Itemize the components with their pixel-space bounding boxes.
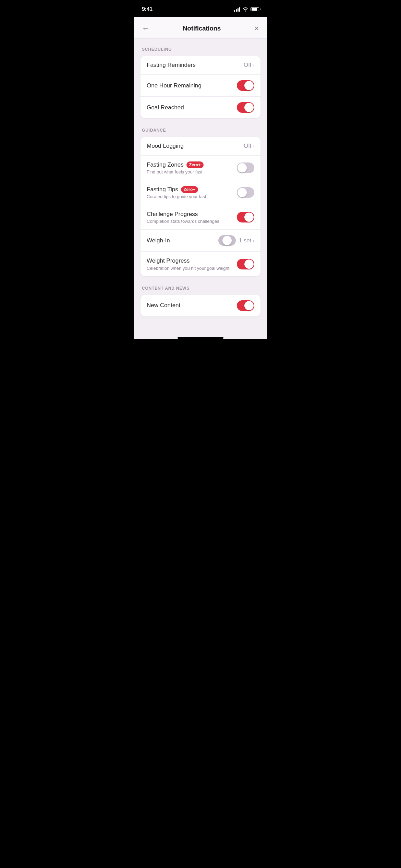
- row-weight-progress: Weight Progress Celebration when you hit…: [141, 252, 260, 276]
- challenge-progress-toggle[interactable]: [237, 212, 254, 222]
- wifi-icon: [242, 7, 248, 12]
- section-label-content-news: CONTENT AND NEWS: [141, 286, 260, 291]
- scroll-content: SCHEDULING Fasting Reminders Off › One H…: [134, 39, 267, 334]
- row-mood-logging[interactable]: Mood Logging Off ›: [141, 137, 260, 156]
- mood-logging-title: Mood Logging: [147, 142, 240, 150]
- page-title: Notifications: [183, 25, 221, 32]
- fasting-zones-subtitle: Find out what fuels your fast: [147, 169, 233, 174]
- weigh-in-toggle[interactable]: [218, 235, 236, 246]
- guidance-card: Mood Logging Off › Fasting Zones Zero+: [141, 137, 260, 276]
- status-bar: 9:41: [134, 0, 267, 17]
- row-fasting-reminders[interactable]: Fasting Reminders Off ›: [141, 56, 260, 75]
- fasting-zones-toggle[interactable]: [237, 162, 254, 173]
- battery-icon: [251, 7, 259, 11]
- signal-icon: [234, 7, 240, 12]
- weight-progress-subtitle: Celebration when you hit your goal weigh…: [147, 266, 233, 271]
- weight-progress-toggle[interactable]: [237, 259, 254, 269]
- mood-logging-value: Off: [244, 143, 251, 149]
- fasting-tips-badge: Zero+: [181, 186, 198, 193]
- goal-reached-toggle[interactable]: [237, 102, 254, 113]
- goal-reached-title: Goal Reached: [147, 104, 233, 111]
- row-fasting-zones: Fasting Zones Zero+ Find out what fuels …: [141, 156, 260, 180]
- fasting-zones-title: Fasting Zones: [147, 161, 184, 169]
- fasting-zones-badge: Zero+: [186, 161, 204, 168]
- fasting-tips-subtitle: Curated tips to guide your fast: [147, 194, 233, 199]
- fasting-tips-toggle[interactable]: [237, 187, 254, 198]
- content-news-card: New Content: [141, 295, 260, 316]
- challenge-progress-subtitle: Completion stats towards challenges: [147, 219, 233, 224]
- weigh-in-value: 1 set: [239, 237, 251, 244]
- section-label-guidance: GUIDANCE: [141, 128, 260, 133]
- home-indicator: [178, 337, 223, 339]
- scheduling-card: Fasting Reminders Off › One Hour Remaini…: [141, 56, 260, 118]
- status-time: 9:41: [142, 6, 153, 12]
- one-hour-remaining-title: One Hour Remaining: [147, 82, 233, 89]
- row-weigh-in[interactable]: Weigh-In 1 set ›: [141, 230, 260, 252]
- weigh-in-chevron: ›: [253, 238, 254, 243]
- section-label-scheduling: SCHEDULING: [141, 47, 260, 52]
- fasting-tips-title: Fasting Tips: [147, 186, 178, 193]
- fasting-reminders-title: Fasting Reminders: [147, 61, 240, 69]
- weigh-in-title: Weigh-In: [147, 237, 214, 244]
- one-hour-remaining-toggle[interactable]: [237, 80, 254, 91]
- nav-header: ← Notifications ✕: [134, 17, 267, 39]
- challenge-progress-title: Challenge Progress: [147, 210, 233, 218]
- row-goal-reached: Goal Reached: [141, 97, 260, 118]
- fasting-reminders-chevron: ›: [253, 62, 254, 68]
- back-button[interactable]: ←: [141, 23, 151, 34]
- new-content-title: New Content: [147, 302, 233, 309]
- close-button[interactable]: ✕: [253, 23, 260, 34]
- row-challenge-progress: Challenge Progress Completion stats towa…: [141, 205, 260, 230]
- row-new-content: New Content: [141, 295, 260, 316]
- mood-logging-chevron: ›: [253, 143, 254, 149]
- new-content-toggle[interactable]: [237, 300, 254, 311]
- weight-progress-title: Weight Progress: [147, 257, 233, 265]
- status-icons: [234, 7, 259, 12]
- row-one-hour-remaining: One Hour Remaining: [141, 75, 260, 97]
- main-content: ← Notifications ✕ SCHEDULING Fasting Rem…: [134, 17, 267, 339]
- row-fasting-tips: Fasting Tips Zero+ Curated tips to guide…: [141, 180, 260, 205]
- fasting-reminders-value: Off: [244, 62, 251, 69]
